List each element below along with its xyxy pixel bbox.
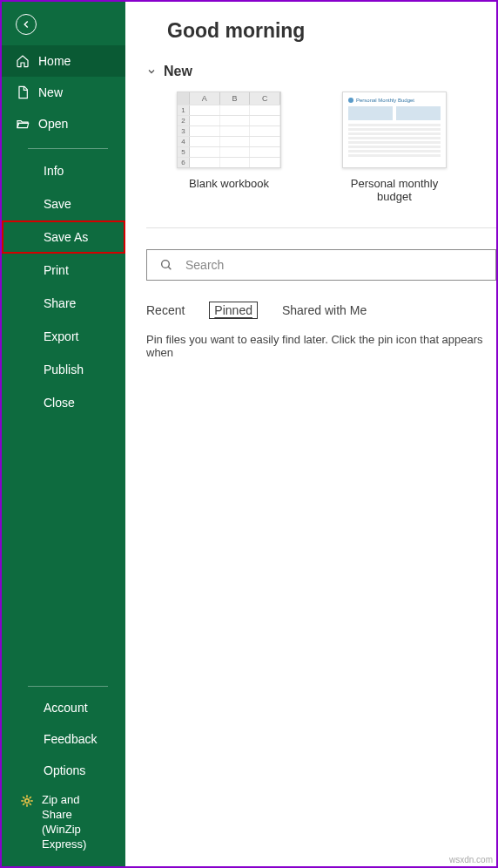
nav-label: New [38,85,63,99]
svg-point-1 [162,261,170,268]
nav-new[interactable]: New [2,77,125,108]
nav-open[interactable]: Open [2,108,125,139]
nav-feedback[interactable]: Feedback [2,723,125,755]
home-icon [16,54,30,68]
nav-label: Open [38,117,68,131]
template-label: Blank workbook [171,177,287,190]
arrow-left-icon [20,18,32,31]
watermark: wsxdn.com [449,855,493,865]
page-title: Good morning [167,19,496,43]
tab-recent[interactable]: Recent [146,302,185,319]
svg-point-0 [25,799,30,804]
divider [146,227,496,228]
nav-print[interactable]: Print [2,254,125,287]
nav-save[interactable]: Save [2,187,125,220]
nav-export[interactable]: Export [2,320,125,353]
zip-icon [19,793,35,809]
nav-zip-share[interactable]: Zip and Share (WinZip Express) [2,786,125,859]
nav-divider [28,686,108,687]
nav-info[interactable]: Info [2,154,125,187]
search-box[interactable] [146,249,496,281]
template-list: ABC 1 2 3 4 5 6 Blank workbook Personal … [171,92,496,203]
nav-share[interactable]: Share [2,287,125,320]
main-panel: Good morning New ABC 1 2 3 4 5 6 [125,2,496,866]
recent-tabs: Recent Pinned Shared with Me [146,302,496,319]
nav-home[interactable]: Home [2,45,125,77]
folder-open-icon [16,117,30,131]
nav-close[interactable]: Close [2,386,125,419]
nav-divider [28,148,108,149]
template-personal-monthly-budget[interactable]: Personal Monthly Budget Personal monthly… [336,92,453,203]
template-thumbnail: ABC 1 2 3 4 5 6 [177,92,281,168]
tab-pinned[interactable]: Pinned [209,302,258,319]
nav-publish[interactable]: Publish [2,353,125,386]
back-button[interactable] [16,14,37,35]
nav-label: Home [38,54,71,68]
pinned-empty-message: Pin files you want to easily find later.… [146,333,496,359]
nav-options[interactable]: Options [2,755,125,786]
backstage-sidebar: Home New Open Info Save Save As Print Sh… [2,2,125,866]
file-icon [16,85,30,99]
nav-save-as[interactable]: Save As [2,220,125,254]
search-input[interactable] [185,250,495,280]
zip-label: Zip and Share (WinZip Express) [42,793,111,852]
nav-account[interactable]: Account [2,692,125,723]
search-icon [159,258,173,272]
tab-shared[interactable]: Shared with Me [282,302,367,319]
template-blank-workbook[interactable]: ABC 1 2 3 4 5 6 Blank workbook [171,92,287,203]
section-heading: New [164,64,192,79]
new-section-toggle[interactable]: New [146,64,496,79]
template-label: Personal monthly budget [336,177,453,203]
template-thumbnail: Personal Monthly Budget [342,92,447,168]
chevron-down-icon [146,66,157,77]
